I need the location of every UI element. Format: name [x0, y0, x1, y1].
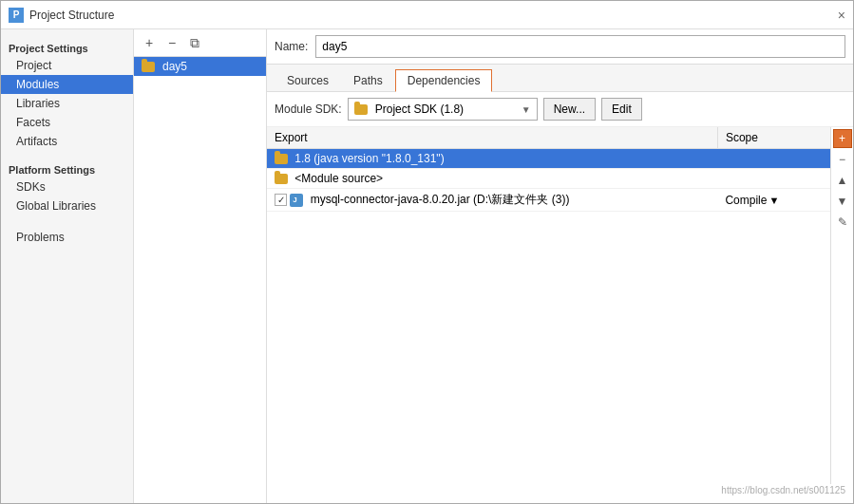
dependencies-table-container: Export Scope: [267, 127, 853, 484]
sidebar-divider: [1, 151, 133, 159]
settings-sidebar: Project Settings Project Modules Librari…: [1, 29, 134, 503]
dependencies-table-inner: Export Scope: [267, 127, 830, 484]
sdk-folder-icon: [354, 104, 368, 115]
row-folder-icon: [275, 154, 288, 164]
module-panel: + − ⧉ day5: [134, 29, 267, 503]
scope-value: Compile: [725, 194, 767, 207]
name-input[interactable]: [315, 35, 845, 58]
sdk-new-button[interactable]: New...: [543, 98, 596, 121]
sidebar-item-facets[interactable]: Facets: [1, 113, 133, 132]
module-source-cell: <Module source>: [267, 169, 717, 189]
edit-dependency-button[interactable]: ✎: [833, 213, 852, 232]
copy-module-button[interactable]: ⧉: [185, 33, 204, 52]
right-actions: + − ▲ ▼ ✎: [830, 127, 853, 484]
tab-paths[interactable]: Paths: [341, 69, 395, 92]
sdk-edit-button[interactable]: Edit: [601, 98, 642, 121]
tab-sources[interactable]: Sources: [275, 69, 341, 92]
row-folder-icon-2: [275, 174, 288, 184]
jar-icon: [290, 194, 303, 207]
module-source-scope: [717, 169, 830, 189]
sidebar-item-global-libraries[interactable]: Global Libraries: [1, 196, 133, 215]
project-settings-title: Project Settings: [1, 37, 133, 56]
sdk-label: Module SDK:: [275, 103, 342, 116]
jar-scope: Compile ▼: [717, 189, 830, 212]
main-content: Project Settings Project Modules Librari…: [1, 29, 853, 503]
col-export: Export: [267, 127, 717, 149]
name-label: Name:: [275, 40, 308, 53]
sidebar-divider-2: [1, 215, 133, 223]
sdk-row: Module SDK: Project SDK (1.8) ▼ New... E…: [267, 92, 853, 127]
module-folder-icon: [142, 62, 155, 72]
sidebar-item-artifacts[interactable]: Artifacts: [1, 132, 133, 151]
move-up-button[interactable]: ▲: [833, 171, 852, 190]
project-structure-window: P Project Structure × Project Settings P…: [0, 0, 854, 504]
module-source-label: <Module source>: [294, 172, 383, 185]
sidebar-item-sdks[interactable]: SDKs: [1, 177, 133, 196]
sidebar-item-libraries[interactable]: Libraries: [1, 94, 133, 113]
module-panel-toolbar: + − ⧉: [134, 29, 266, 57]
jar-cell: mysql-connector-java-8.0.20.jar (D:\新建文件…: [267, 189, 717, 212]
sidebar-item-problems[interactable]: Problems: [1, 223, 133, 247]
table-row[interactable]: <Module source>: [267, 169, 830, 189]
jar-checkbox[interactable]: [275, 194, 287, 206]
sidebar-item-modules[interactable]: Modules: [1, 75, 133, 94]
right-panel: Name: Sources Paths Dependencies Module …: [267, 29, 853, 503]
close-button[interactable]: ×: [838, 8, 845, 23]
tabs-bar: Sources Paths Dependencies: [267, 65, 853, 92]
sdk-dropdown-arrow: ▼: [522, 104, 531, 115]
add-dependency-button[interactable]: +: [833, 129, 852, 148]
jar-label: mysql-connector-java-8.0.20.jar (D:\新建文件…: [311, 193, 570, 206]
table-header-row: Export Scope: [267, 127, 830, 149]
module-item-label: day5: [162, 60, 187, 73]
remove-dependency-button[interactable]: −: [833, 150, 852, 169]
tab-dependencies[interactable]: Dependencies: [395, 69, 493, 92]
sdk-value: Project SDK (1.8): [375, 103, 464, 116]
window-title: Project Structure: [29, 9, 114, 22]
platform-settings-title: Platform Settings: [1, 159, 133, 177]
jdk-label: 1.8 (java version "1.8.0_131"): [294, 152, 444, 165]
dependencies-table: Export Scope: [267, 127, 830, 212]
move-down-button[interactable]: ▼: [833, 192, 852, 211]
jdk-cell: 1.8 (java version "1.8.0_131"): [267, 149, 717, 169]
module-item-day5[interactable]: day5: [134, 57, 266, 76]
table-row[interactable]: 1.8 (java version "1.8.0_131"): [267, 149, 830, 169]
app-icon: P: [9, 8, 24, 23]
module-list: day5: [134, 57, 266, 503]
scope-cell: Compile ▼: [725, 194, 823, 207]
title-bar-left: P Project Structure: [9, 8, 114, 23]
table-row[interactable]: mysql-connector-java-8.0.20.jar (D:\新建文件…: [267, 189, 830, 212]
col-scope: Scope: [717, 127, 830, 149]
watermark-container: https://blog.csdn.net/s001125: [267, 484, 853, 503]
add-module-button[interactable]: +: [140, 33, 159, 52]
scope-dropdown[interactable]: ▼: [769, 195, 779, 206]
sidebar-item-project[interactable]: Project: [1, 56, 133, 75]
sdk-select[interactable]: Project SDK (1.8) ▼: [348, 98, 538, 121]
remove-module-button[interactable]: −: [162, 33, 181, 52]
title-bar: P Project Structure ×: [1, 1, 853, 29]
name-row: Name:: [267, 29, 853, 65]
watermark: https://blog.csdn.net/s001125: [721, 485, 845, 495]
jdk-scope: [717, 149, 830, 169]
